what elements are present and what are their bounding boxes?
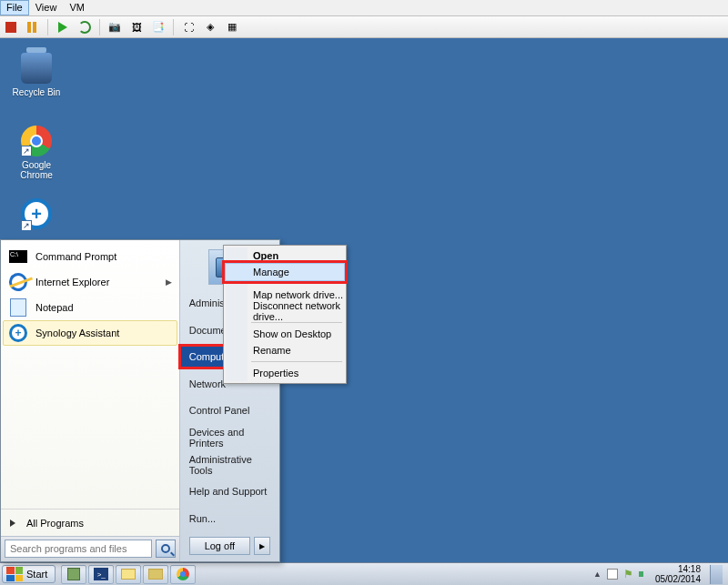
network-icon[interactable]: ⚑ — [623, 568, 633, 580]
revert-icon[interactable]: 📑 — [151, 20, 166, 35]
right-item-help[interactable]: Help and Support — [180, 480, 279, 502]
pin-libraries[interactable] — [143, 565, 168, 584]
logoff-options-button[interactable]: ▶ — [254, 537, 270, 555]
vm-menu-vm[interactable]: VM — [63, 0, 91, 15]
right-item-control-panel[interactable]: Control Panel — [180, 399, 279, 421]
recycle-bin-icon — [20, 52, 53, 85]
program-label: Internet Explorer — [35, 277, 158, 287]
stop-icon[interactable] — [4, 20, 18, 35]
snapshot-manager-icon[interactable]: 🖼 — [129, 20, 144, 35]
desktop-icon-recycle-bin[interactable]: Recycle Bin — [5, 52, 68, 97]
all-programs-label: All Programs — [26, 518, 84, 529]
explorer-icon — [121, 569, 136, 580]
toolbar-separator — [173, 19, 174, 35]
chrome-icon: ↗ — [20, 125, 53, 157]
desktop-icon-label: Recycle Bin — [5, 87, 68, 97]
synology-icon: ↗ — [20, 197, 53, 230]
ctx-manage[interactable]: Manage — [225, 263, 345, 281]
ctx-separator — [251, 322, 342, 323]
ctx-properties[interactable]: Properties — [226, 365, 344, 381]
action-center-icon[interactable] — [607, 569, 618, 580]
program-command-prompt[interactable]: C:\ Command Prompt — [3, 244, 177, 269]
context-menu: Open Manage Map network drive... Disconn… — [223, 245, 347, 384]
show-desktop-button[interactable] — [710, 565, 723, 584]
toolbar-separator — [99, 19, 100, 35]
tray-overflow-button[interactable]: ▲ — [593, 570, 602, 579]
chrome-icon — [177, 568, 189, 580]
unity-icon[interactable]: ◈ — [203, 20, 217, 35]
powershell-icon: >_ — [94, 568, 108, 580]
desktop-icon-label: Google Chrome — [5, 160, 68, 180]
libraries-icon — [148, 569, 163, 580]
toolbar-separator — [47, 19, 48, 35]
ctx-separator — [251, 283, 342, 284]
shield-icon — [230, 266, 243, 278]
program-label: Notepad — [35, 302, 172, 313]
program-notepad[interactable]: Notepad — [3, 295, 177, 320]
restart-icon[interactable] — [77, 20, 92, 35]
ctx-show-on-desktop[interactable]: Show on Desktop — [226, 326, 344, 342]
console-icon[interactable]: ▦ — [225, 20, 239, 35]
search-icon — [161, 544, 170, 553]
program-internet-explorer[interactable]: Internet Explorer ▶ — [3, 269, 177, 295]
server-manager-icon — [67, 568, 80, 580]
right-item-devices[interactable]: Devices and Printers — [180, 427, 279, 449]
play-icon[interactable] — [56, 20, 70, 35]
all-programs-button[interactable]: All Programs — [1, 509, 179, 536]
start-button[interactable]: Start — [2, 565, 56, 583]
triangle-icon — [10, 519, 15, 527]
ctx-separator — [251, 361, 342, 362]
taskbar: Start >_ ▲ ⚑ 14:18 05/02/2014 — [0, 562, 728, 585]
desktop-icon-chrome[interactable]: ↗ Google Chrome — [5, 125, 68, 180]
submenu-arrow-icon: ▶ — [166, 277, 172, 287]
system-tray: ▲ ⚑ 14:18 05/02/2014 — [588, 563, 728, 585]
taskbar-pins: >_ — [57, 563, 199, 585]
clock[interactable]: 14:18 05/02/2014 — [655, 564, 701, 584]
program-label: Command Prompt — [35, 251, 172, 262]
start-menu-search-row — [1, 536, 179, 561]
program-synology-assistant[interactable]: Synology Assistant — [3, 320, 177, 346]
fullscreen-icon[interactable]: ⛶ — [181, 20, 196, 35]
windows-flag-icon — [6, 567, 23, 581]
ctx-open[interactable]: Open — [226, 247, 344, 264]
synology-icon — [8, 323, 28, 343]
right-item-admintools[interactable]: Administrative Tools — [180, 454, 279, 476]
taskbar-gap — [199, 563, 588, 585]
pin-server-manager[interactable] — [61, 565, 86, 584]
pause-icon[interactable] — [25, 20, 40, 35]
ctx-rename[interactable]: Rename — [226, 342, 344, 358]
right-item-run[interactable]: Run... — [180, 508, 279, 530]
start-menu-program-list: C:\ Command Prompt Internet Explorer ▶ N… — [1, 240, 179, 509]
start-label: Start — [26, 569, 47, 580]
ctx-disconnect-drive[interactable]: Disconnect network drive... — [226, 303, 344, 319]
search-button[interactable] — [156, 540, 176, 558]
snapshot-icon[interactable]: 📷 — [107, 20, 122, 35]
notepad-icon — [8, 298, 28, 318]
cmd-icon: C:\ — [8, 247, 28, 267]
vm-menu-file[interactable]: File — [0, 0, 29, 15]
desktop[interactable]: Recycle Bin ↗ Google Chrome ↗ C:\ Comman… — [0, 38, 728, 562]
pin-chrome[interactable] — [170, 565, 196, 584]
logoff-row: Log off ▶ — [184, 535, 276, 559]
desktop-icon-synology[interactable]: ↗ — [5, 197, 68, 233]
clock-time: 14:18 — [655, 564, 701, 574]
vm-menubar: File View VM — [0, 0, 728, 16]
ie-icon — [8, 272, 28, 292]
vm-toolbar: 📷 🖼 📑 ⛶ ◈ ▦ — [0, 16, 728, 38]
vm-menu-view[interactable]: View — [29, 0, 64, 15]
start-menu-left-pane: C:\ Command Prompt Internet Explorer ▶ N… — [1, 240, 180, 561]
search-input[interactable] — [5, 540, 152, 558]
volume-icon[interactable] — [639, 570, 650, 579]
pin-explorer[interactable] — [116, 565, 141, 584]
ctx-label: Manage — [253, 267, 289, 277]
program-label: Synology Assistant — [35, 328, 172, 338]
clock-date: 05/02/2014 — [655, 574, 701, 584]
pin-powershell[interactable]: >_ — [88, 565, 114, 584]
logoff-button[interactable]: Log off — [189, 537, 250, 555]
